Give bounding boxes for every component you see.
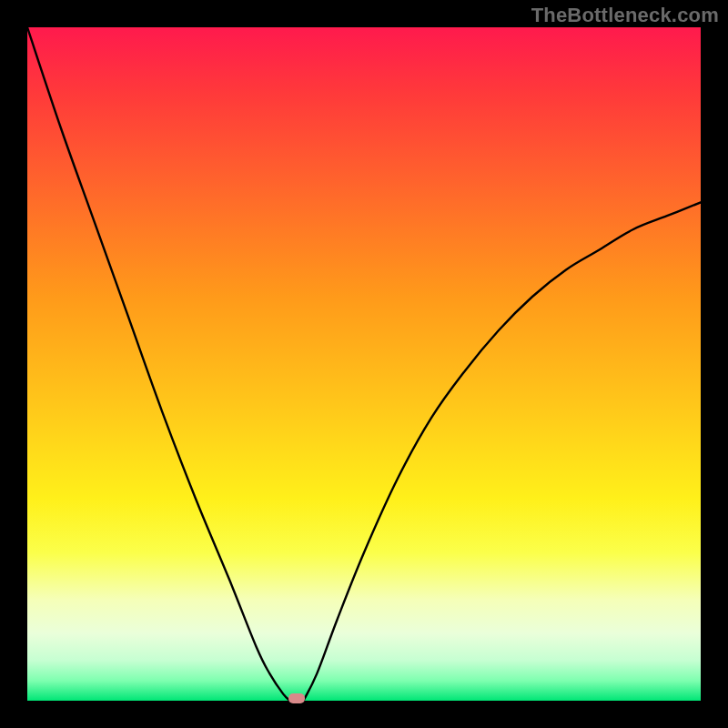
curve-right-branch: [303, 202, 701, 701]
curve-left-branch: [27, 27, 290, 701]
chart-frame: TheBottleneck.com: [0, 0, 728, 728]
min-marker: [288, 693, 305, 703]
plot-area: [27, 27, 701, 701]
bottleneck-curve: [27, 27, 701, 701]
watermark-text: TheBottleneck.com: [531, 4, 719, 27]
